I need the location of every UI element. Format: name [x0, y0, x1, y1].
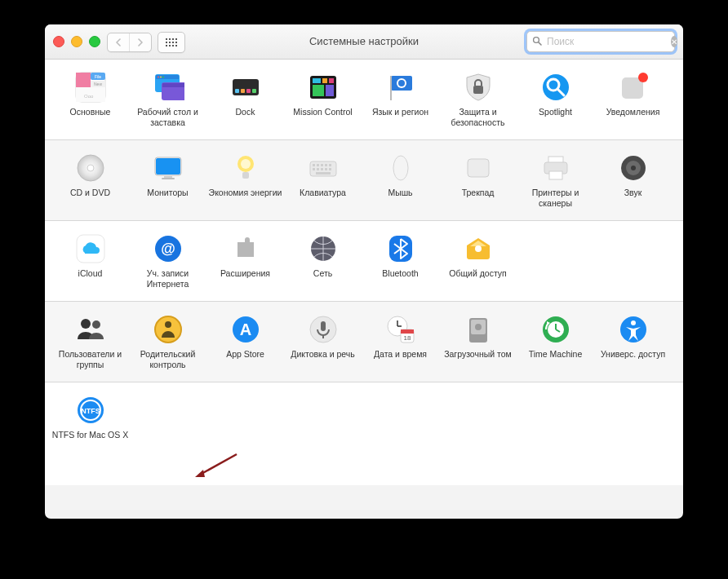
pane-printers-scanners[interactable]: Принтеры и сканеры — [517, 150, 594, 209]
dock-icon — [229, 71, 262, 104]
svg-rect-51 — [329, 164, 331, 166]
pane-spotlight[interactable]: Spotlight — [517, 69, 594, 128]
pane-cds-dvds[interactable]: CD и DVD — [51, 150, 129, 209]
svg-rect-55 — [325, 168, 327, 170]
svg-text:NTFS: NTFS — [81, 407, 100, 415]
sound-icon — [617, 152, 650, 184]
pane-internet-accounts[interactable]: @ Уч. записи Интернета — [129, 231, 206, 290]
pane-mouse[interactable]: Мышь — [362, 150, 439, 209]
pane-label: CD и DVD — [51, 188, 129, 209]
svg-rect-45 — [242, 172, 249, 179]
accessibility-icon — [617, 313, 650, 346]
svg-rect-62 — [549, 171, 562, 179]
mouse-icon — [384, 152, 417, 184]
pane-label: Мониторы — [129, 188, 206, 209]
pane-desktop-screensaver[interactable]: Рабочий стол и заставка — [129, 69, 206, 128]
pane-label: Общий доступ — [439, 268, 517, 290]
bluetooth-icon — [384, 232, 417, 265]
dictation-icon — [307, 313, 340, 346]
pane-label: Bluetooth — [362, 268, 439, 290]
pane-startup-disk[interactable]: Загрузочный том — [439, 312, 517, 370]
svg-rect-59 — [468, 159, 489, 177]
displays-icon — [152, 152, 184, 184]
svg-rect-11 — [156, 75, 179, 79]
back-button[interactable] — [108, 33, 129, 51]
clear-search-button[interactable]: ✕ — [671, 36, 677, 47]
pane-app-store[interactable]: A App Store — [206, 312, 284, 370]
chevron-right-icon — [137, 38, 144, 46]
pane-accessibility[interactable]: Универс. доступ — [594, 312, 672, 370]
toolbar-nav — [107, 32, 185, 53]
svg-rect-48 — [317, 164, 319, 166]
pane-label: Уч. записи Интернета — [129, 268, 206, 290]
pane-bluetooth[interactable]: Bluetooth — [362, 231, 439, 290]
svg-rect-24 — [322, 78, 327, 83]
pane-displays[interactable]: Мониторы — [129, 150, 206, 209]
show-all-button[interactable] — [158, 32, 185, 53]
pane-dictation-speech[interactable]: Диктовка и речь — [284, 312, 362, 370]
close-window-button[interactable] — [53, 36, 64, 47]
svg-text:A: A — [239, 320, 251, 338]
svg-point-65 — [631, 166, 636, 170]
pane-date-time[interactable]: 18 Дата и время — [362, 312, 439, 370]
system-preferences-window: Системные настройки ✕ FileNewOoo Основны… — [45, 24, 683, 519]
pane-mission-control[interactable]: Mission Control — [284, 69, 362, 128]
pane-energy-saver[interactable]: Экономия энергии — [206, 150, 284, 209]
sharing-icon — [462, 232, 495, 265]
svg-rect-85 — [401, 329, 414, 334]
chevron-left-icon — [115, 38, 122, 46]
svg-point-13 — [160, 77, 162, 78]
pane-time-machine[interactable]: Time Machine — [517, 312, 594, 370]
language-region-icon — [384, 71, 417, 104]
pane-parental-controls[interactable]: Родительский контроль — [129, 312, 206, 370]
pane-label: Язык и регион — [362, 107, 439, 128]
svg-text:Ooo: Ooo — [84, 94, 94, 99]
pane-security-privacy[interactable]: Защита и безопасность — [439, 69, 517, 128]
pane-label: Трекпад — [439, 188, 517, 209]
pane-label: App Store — [206, 349, 284, 370]
svg-rect-79 — [321, 321, 326, 331]
search-input[interactable] — [545, 35, 671, 48]
pane-network[interactable]: Сеть — [284, 231, 362, 290]
printer-icon — [539, 152, 572, 184]
pane-general[interactable]: FileNewOoo Основные — [51, 69, 129, 128]
svg-rect-19 — [241, 89, 245, 93]
pane-trackpad[interactable]: Трекпад — [439, 150, 517, 209]
pane-sound[interactable]: Звук — [594, 150, 672, 209]
pane-ntfs-for-mac[interactable]: NTFS NTFS for Mac OS X — [51, 392, 129, 474]
internet-accounts-icon: @ — [152, 232, 184, 265]
app-store-icon: A — [229, 313, 262, 346]
forward-button[interactable] — [129, 33, 151, 51]
pane-label: Загрузочный том — [439, 349, 517, 370]
pane-sharing[interactable]: Общий доступ — [439, 231, 517, 290]
parental-controls-icon — [152, 313, 184, 346]
svg-rect-49 — [321, 164, 323, 166]
minimize-window-button[interactable] — [71, 36, 82, 47]
svg-rect-50 — [325, 164, 327, 166]
pane-icloud[interactable]: iCloud — [51, 231, 129, 290]
svg-point-96 — [631, 320, 636, 325]
pane-dock[interactable]: Dock — [206, 69, 284, 128]
ntfs-icon: NTFS — [74, 394, 107, 427]
search-field[interactable]: ✕ — [526, 31, 675, 52]
pane-keyboard[interactable]: Клавиатура — [284, 150, 362, 209]
titlebar: Системные настройки ✕ — [45, 24, 683, 60]
pane-label: iCloud — [51, 268, 129, 290]
pane-extensions[interactable]: Расширения — [206, 231, 284, 290]
svg-rect-54 — [321, 168, 323, 170]
pane-users-groups[interactable]: Пользователи и группы — [51, 312, 129, 370]
notifications-icon — [617, 71, 650, 104]
pane-label: Защита и безопасность — [439, 107, 517, 128]
zoom-window-button[interactable] — [89, 36, 100, 47]
pane-row-4: Пользователи и группы Родительский контр… — [45, 302, 683, 382]
svg-point-36 — [638, 73, 648, 82]
svg-rect-42 — [162, 178, 175, 179]
pane-language-region[interactable]: Язык и регион — [362, 69, 439, 128]
svg-text:New: New — [93, 82, 101, 86]
svg-rect-47 — [313, 164, 315, 166]
svg-rect-16 — [162, 83, 184, 87]
svg-point-0 — [534, 37, 539, 42]
pane-notifications[interactable]: Уведомления — [594, 69, 672, 128]
pane-label: Mission Control — [284, 107, 362, 128]
svg-point-74 — [155, 316, 181, 343]
